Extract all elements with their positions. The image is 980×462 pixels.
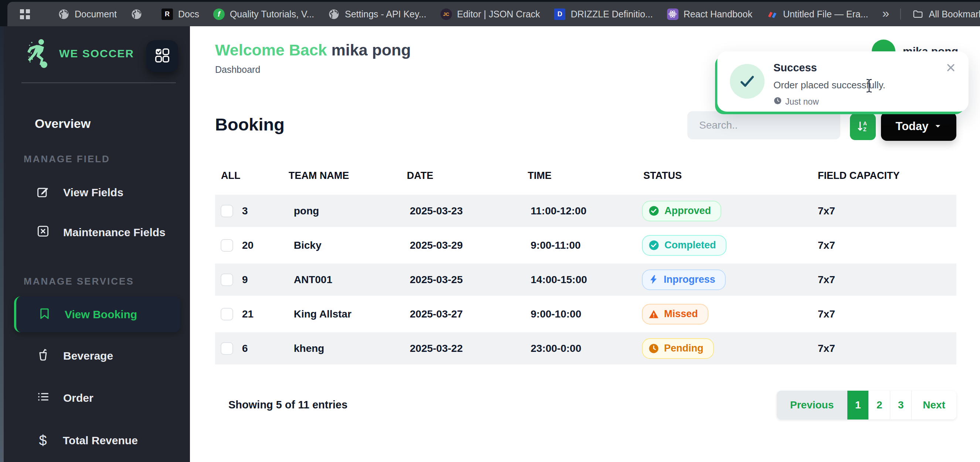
sidebar-item-label: View Fields xyxy=(63,186,123,199)
text-cursor xyxy=(865,78,873,95)
clock-icon xyxy=(773,96,782,107)
table-row[interactable]: 21 King Allstar 2025-03-27 9:00-10:00 Mi… xyxy=(215,298,956,330)
row-id: 20 xyxy=(242,239,253,251)
status-badge: Approved xyxy=(642,201,721,221)
edit-square-icon xyxy=(36,185,50,201)
today-filter-button[interactable]: Today xyxy=(881,112,956,141)
welcome-heading: Welcome Back mika pong xyxy=(215,41,411,59)
status-badge: Pending xyxy=(642,338,714,359)
pagination-previous-button[interactable]: Previous xyxy=(777,391,847,419)
column-header-time[interactable]: TIME xyxy=(526,170,642,182)
status-label: Pending xyxy=(664,343,703,354)
bookmark-document[interactable]: Document xyxy=(58,8,117,20)
row-checkbox[interactable] xyxy=(221,239,233,252)
column-header-status[interactable]: STATUS xyxy=(642,170,812,182)
row-checkbox[interactable] xyxy=(221,342,233,355)
sidebar-item-overview[interactable]: Overview xyxy=(35,116,91,131)
eraser-icon xyxy=(767,8,778,20)
bookmark-label: Document xyxy=(75,9,117,19)
status-icon xyxy=(648,309,659,320)
row-checkbox[interactable] xyxy=(221,274,233,286)
bookmark-eraser[interactable]: Untitled File — Era... xyxy=(767,8,869,20)
bookmark-settings-api[interactable]: Settings - API Key... xyxy=(328,8,426,20)
table-row[interactable]: 9 ANT001 2025-03-25 14:00-15:00 Inprogre… xyxy=(215,263,956,296)
all-bookmarks-label: All Bookmarks xyxy=(929,9,980,19)
row-checkbox[interactable] xyxy=(221,308,233,320)
grid-check-icon xyxy=(154,47,170,65)
column-header-field-capacity[interactable]: FIELD CAPACITY xyxy=(812,170,956,182)
bookmark-drizzle[interactable]: D DRIZZLE Definitio... xyxy=(554,8,652,20)
bookmark-untitled-globe[interactable] xyxy=(131,8,148,20)
row-team-name: ANT001 xyxy=(287,274,406,286)
sort-button[interactable]: AZ xyxy=(850,113,876,140)
row-checkbox[interactable] xyxy=(221,205,233,217)
chevron-down-icon xyxy=(934,120,942,133)
sidebar-item-order[interactable]: Order xyxy=(4,387,190,409)
row-date: 2025-03-22 xyxy=(406,343,526,354)
row-time: 9:00-10:00 xyxy=(526,308,642,320)
svg-text:Z: Z xyxy=(863,126,867,132)
all-bookmarks-button[interactable]: All Bookmarks xyxy=(912,8,980,20)
brand: WE SOCCER xyxy=(21,36,134,71)
sidebar-divider xyxy=(21,83,176,83)
toast-title: Success xyxy=(773,62,817,74)
svg-text:A: A xyxy=(863,120,867,126)
pagination-page-1[interactable]: 1 xyxy=(847,391,869,419)
bookmark-label: Docs xyxy=(178,9,199,19)
column-header-date[interactable]: DATE xyxy=(406,170,526,182)
row-team-name: King Allstar xyxy=(287,308,406,320)
sidebar-item-total-revenue[interactable]: $ Total Revenue xyxy=(4,429,190,452)
bookmarks-divider xyxy=(900,8,901,19)
sidebar-grid-toggle-button[interactable] xyxy=(146,40,178,72)
row-field-capacity: 7x7 xyxy=(812,239,956,251)
toast-close-icon[interactable] xyxy=(945,62,957,75)
search-input[interactable] xyxy=(687,111,840,139)
sidebar-item-label: Beverage xyxy=(63,350,113,362)
status-icon xyxy=(648,343,659,354)
row-time: 11:00-12:00 xyxy=(526,205,642,217)
sidebar-item-beverage[interactable]: Beverage xyxy=(4,344,190,367)
bookmark-react-handbook[interactable]: React Handbook xyxy=(667,8,752,20)
column-header-team-name[interactable]: TEAM NAME xyxy=(287,170,406,182)
sidebar: WE SOCCER Overview MANAGE FIELD View Fie… xyxy=(4,26,190,462)
status-badge: Completed xyxy=(642,235,727,256)
column-header-all[interactable]: ALL xyxy=(215,170,287,182)
list-icon xyxy=(36,390,50,406)
row-id: 3 xyxy=(242,205,248,217)
window-edge xyxy=(0,26,4,462)
folder-icon xyxy=(912,8,923,20)
row-team-name: pong xyxy=(287,205,406,217)
sidebar-item-label: Maintenance Fields xyxy=(63,226,165,239)
sidebar-item-maintenance-fields[interactable]: Maintenance Fields xyxy=(4,221,190,244)
row-date: 2025-03-27 xyxy=(406,308,526,320)
soccer-player-logo-icon xyxy=(21,36,56,71)
bookmark-quality-tutorials[interactable]: f Quality Tutorials, V... xyxy=(213,8,314,20)
table-row[interactable]: 6 kheng 2025-03-22 23:00-0:00 Pending 7x… xyxy=(215,332,956,365)
sidebar-item-view-booking[interactable]: View Booking xyxy=(14,296,180,332)
pagination-page-2[interactable]: 2 xyxy=(869,391,890,419)
main-content: Welcome Back mika pong Dashboard mika po… xyxy=(190,26,980,462)
sidebar-item-view-fields[interactable]: View Fields xyxy=(4,181,190,204)
status-icon xyxy=(648,205,660,217)
pagination: Previous 1 2 3 Next xyxy=(777,391,956,419)
row-field-capacity: 7x7 xyxy=(812,205,956,217)
status-badge: Inprogress xyxy=(642,269,726,290)
bookmark-json-crack[interactable]: JC Editor | JSON Crack xyxy=(441,8,540,20)
table-body: 3 pong 2025-03-23 11:00-12:00 Approved 7… xyxy=(215,195,956,365)
table-row[interactable]: 3 pong 2025-03-23 11:00-12:00 Approved 7… xyxy=(215,195,956,227)
bookmark-label: DRIZZLE Definitio... xyxy=(571,9,652,19)
sidebar-item-label: Order xyxy=(63,392,94,404)
bookmarks-overflow-chevron[interactable]: » xyxy=(883,6,889,21)
pagination-next-button[interactable]: Next xyxy=(911,391,956,419)
table-row[interactable]: 20 Bicky 2025-03-29 9:00-11:00 Completed… xyxy=(215,229,956,261)
apps-grid-icon[interactable] xyxy=(20,9,30,19)
toast-time: Just now xyxy=(773,96,819,107)
row-id: 21 xyxy=(242,308,253,320)
react-icon xyxy=(667,8,678,20)
pagination-page-3[interactable]: 3 xyxy=(890,391,911,419)
section-label-manage-services: MANAGE SERVICES xyxy=(24,276,134,287)
globe-icon xyxy=(58,8,70,20)
bookmark-label: Settings - API Key... xyxy=(345,9,426,19)
bookmark-docs[interactable]: R Docs xyxy=(161,8,199,20)
status-badge: Missed xyxy=(642,304,708,325)
